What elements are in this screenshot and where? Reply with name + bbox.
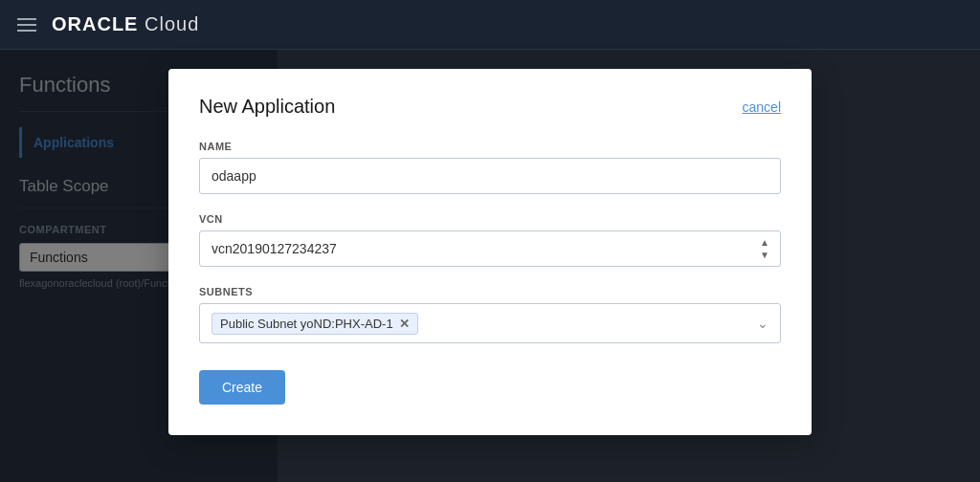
name-label: NAME (199, 141, 781, 152)
vcn-select-wrapper: vcn20190127234237 ▲ ▼ (199, 230, 781, 267)
hamburger-menu[interactable] (17, 18, 36, 32)
modal-title: New Application (199, 96, 335, 118)
subnet-tag-remove-icon[interactable]: ✕ (399, 317, 410, 331)
vcn-label: VCN (199, 213, 781, 225)
oracle-logo: ORACLE Cloud (52, 13, 199, 35)
topbar: ORACLE Cloud (0, 0, 980, 50)
subnet-tag: Public Subnet yoND:PHX-AD-1 ✕ (212, 313, 418, 335)
cancel-button[interactable]: cancel (743, 99, 781, 115)
vcn-form-group: VCN vcn20190127234237 ▲ ▼ (199, 213, 781, 267)
subnets-tags: Public Subnet yoND:PHX-AD-1 ✕ (212, 313, 418, 335)
modal-overlay: New Application cancel NAME VCN vcn20190… (0, 50, 980, 482)
name-form-group: NAME (199, 141, 781, 194)
subnets-field[interactable]: Public Subnet yoND:PHX-AD-1 ✕ ⌄ (199, 303, 781, 343)
subnets-label: SUBNETS (199, 286, 781, 297)
name-input[interactable] (199, 158, 781, 194)
vcn-select[interactable]: vcn20190127234237 (199, 230, 781, 267)
create-button[interactable]: Create (199, 370, 285, 405)
subnets-form-group: SUBNETS Public Subnet yoND:PHX-AD-1 ✕ ⌄ (199, 286, 781, 343)
subnet-tag-label: Public Subnet yoND:PHX-AD-1 (220, 317, 393, 331)
subnets-dropdown-icon[interactable]: ⌄ (757, 316, 768, 331)
modal-footer: Create (199, 370, 781, 405)
modal-header: New Application cancel (199, 96, 781, 118)
main-area: Functions Applications Table Scope COMPA… (0, 50, 980, 482)
new-application-modal: New Application cancel NAME VCN vcn20190… (168, 69, 812, 435)
